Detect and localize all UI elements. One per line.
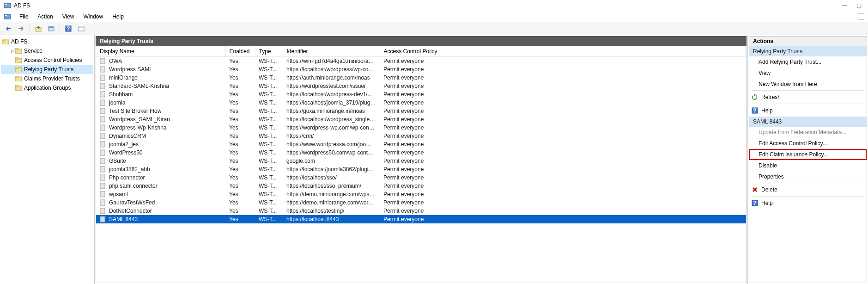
table-row[interactable]: SAML 8443YesWS-T...https://localhost:844… — [96, 215, 746, 223]
table-row[interactable]: miniOrangeYesWS-T...https://auth.miniora… — [96, 74, 746, 82]
action-item[interactable]: Add Relying Party Trust... — [749, 56, 867, 68]
table-row[interactable]: Test Site Broker FlowYesWS-T...https://g… — [96, 107, 746, 115]
table-row[interactable]: DotNetConnectorYesWS-T...https://localho… — [96, 207, 746, 215]
svg-rect-28 — [100, 92, 105, 97]
maximize-button[interactable]: ▢ — [856, 2, 862, 9]
table-row[interactable]: GSuiteYesWS-T...google.comPermit everyon… — [96, 157, 746, 165]
action-item[interactable]: Properties — [749, 171, 867, 182]
delete-icon — [751, 186, 759, 193]
document-icon — [100, 66, 106, 73]
action-item[interactable]: Refresh — [749, 91, 867, 103]
table-row[interactable]: DynamicsCRMYesWS-T...https://crm/Permit … — [96, 132, 746, 140]
svg-rect-3 — [4, 14, 11, 19]
column-header[interactable]: Display Name — [96, 46, 225, 57]
row-type: WS-T... — [255, 65, 283, 74]
menu-view[interactable]: View — [59, 12, 78, 21]
column-header[interactable]: Enabled — [225, 46, 255, 57]
column-header[interactable]: Type — [255, 46, 283, 57]
folder-icon — [15, 47, 22, 55]
row-type: WS-T... — [255, 74, 283, 82]
actions-title: Actions — [749, 36, 867, 46]
document-icon — [100, 208, 106, 214]
action-item[interactable]: ?Help — [749, 197, 867, 209]
table-row[interactable]: wpsamlYesWS-T...https://demo.miniorange.… — [96, 190, 746, 198]
up-button[interactable] — [33, 24, 44, 34]
row-acp: Permit everyone — [380, 107, 746, 115]
row-type: WS-T... — [255, 82, 283, 90]
table-row[interactable]: Php connectorYesWS-T...https://localhost… — [96, 173, 746, 182]
svg-rect-43 — [100, 216, 105, 222]
help-button[interactable]: ? — [63, 24, 74, 34]
action-item[interactable]: New Window from Here — [749, 79, 867, 90]
action-item[interactable]: ?Help — [749, 105, 867, 117]
tree-item[interactable]: Claims Provider Trusts — [1, 74, 93, 83]
row-acp: Permit everyone — [380, 148, 746, 157]
refresh-icon — [751, 93, 759, 101]
table-row[interactable]: Wordpress_SAML_KiranYesWS-T...https://lo… — [96, 115, 746, 123]
table-row[interactable]: OWAYesWS-T...https://win-fgd7d4a4ga0.min… — [96, 57, 746, 65]
row-display-name: joomla3862_abh — [109, 166, 150, 173]
menu-file[interactable]: File — [16, 12, 32, 21]
svg-rect-27 — [100, 83, 105, 89]
row-display-name: miniOrange — [109, 74, 138, 81]
tree-item-label: Relying Party Trusts — [24, 66, 73, 73]
svg-rect-11 — [79, 26, 84, 28]
action-item-label: Add Relying Party Trust... — [759, 59, 821, 65]
column-header[interactable]: Access Control Policy — [380, 46, 746, 57]
table-row[interactable]: Standard-SAML-KrishnaYesWS-T...https://w… — [96, 82, 746, 90]
properties-button[interactable] — [46, 24, 57, 34]
row-display-name: joomla2_jes — [109, 141, 139, 148]
minimize-button[interactable]: — — [842, 2, 847, 9]
tree-item[interactable]: Relying Party Trusts — [1, 65, 93, 74]
svg-text:?: ? — [753, 200, 756, 206]
svg-rect-36 — [100, 158, 105, 164]
svg-point-2 — [8, 6, 10, 7]
tree-item[interactable]: ▷Service — [1, 46, 93, 56]
table-row[interactable]: joomla3862_abhYesWS-T...https://localhos… — [96, 165, 746, 173]
table-row[interactable]: GauravTestWsFedYesWS-T...https://demo.mi… — [96, 198, 746, 207]
actions-pane: Actions Relying Party TrustsAdd Relying … — [748, 35, 868, 284]
tree-item[interactable]: Access Control Policies — [1, 56, 93, 65]
table-row[interactable]: Wordpress SAMLYesWS-T...https://localhos… — [96, 65, 746, 74]
row-type: WS-T... — [255, 215, 283, 223]
table-scroll[interactable]: Display NameEnabledTypeIdentifierAccess … — [96, 46, 746, 283]
table-row[interactable]: ShubhamYesWS-T...https://localhost/wordp… — [96, 90, 746, 99]
tree-item-label: Application Groups — [24, 85, 71, 91]
row-acp: Permit everyone — [380, 132, 746, 140]
row-enabled: Yes — [225, 115, 255, 123]
document-icon — [100, 133, 106, 139]
action-item[interactable]: View — [749, 68, 867, 79]
table-row[interactable]: joomlaYesWS-T...https://localhost/joomla… — [96, 99, 746, 107]
menu-help[interactable]: Help — [109, 12, 127, 21]
action-item-label: Update from Federation Metadata... — [759, 129, 846, 136]
chevron-right-icon[interactable]: ▷ — [10, 49, 15, 53]
table-row[interactable]: php saml connectorYesWS-T...https://loca… — [96, 182, 746, 190]
menu-overflow[interactable]: - — [858, 13, 864, 20]
action-separator — [752, 183, 864, 183]
titlebar: AD FS — ▢ — [0, 0, 868, 11]
new-window-button[interactable] — [76, 24, 87, 34]
row-display-name: php saml connector — [109, 183, 158, 189]
row-type: WS-T... — [255, 182, 283, 190]
forward-button[interactable] — [16, 24, 27, 34]
menu-window[interactable]: Window — [80, 12, 107, 21]
back-button[interactable] — [3, 24, 14, 34]
action-item[interactable]: Edit Access Control Policy... — [749, 138, 867, 149]
column-header[interactable]: Identifier — [283, 46, 380, 57]
row-type: WS-T... — [255, 190, 283, 198]
row-acp: Permit everyone — [380, 190, 746, 198]
table-row[interactable]: joomla2_jesYesWS-T...https://www.wordpre… — [96, 140, 746, 148]
action-item[interactable]: Edit Claim Issuance Policy... — [749, 149, 867, 160]
row-enabled: Yes — [225, 123, 255, 132]
action-item[interactable]: Delete — [749, 184, 867, 196]
table-row[interactable]: WordPress50YesWS-T...https://wordpress50… — [96, 148, 746, 157]
folder-icon — [15, 75, 22, 82]
svg-rect-6 — [49, 26, 54, 31]
tree-root[interactable]: AD FS — [1, 37, 93, 46]
row-acp: Permit everyone — [380, 140, 746, 148]
action-item[interactable]: Disable — [749, 160, 867, 171]
tree-item[interactable]: Application Groups — [1, 83, 93, 93]
table-row[interactable]: Wordpress-Wp-KrishnaYesWS-T...https://wo… — [96, 123, 746, 132]
action-item: Update from Federation Metadata... — [749, 127, 867, 138]
menu-action[interactable]: Action — [34, 12, 56, 21]
